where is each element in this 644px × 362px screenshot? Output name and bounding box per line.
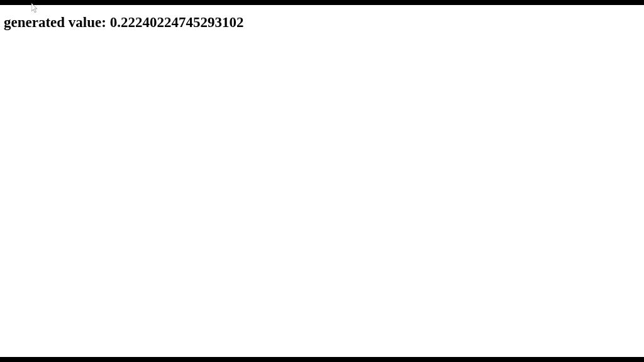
generated-value-label: generated value: (4, 14, 110, 30)
generated-value-number: 0.22240224745293102 (110, 14, 244, 30)
page-content: generated value: 0.22240224745293102 (0, 5, 644, 357)
generated-value-line: generated value: 0.22240224745293102 (4, 14, 640, 31)
